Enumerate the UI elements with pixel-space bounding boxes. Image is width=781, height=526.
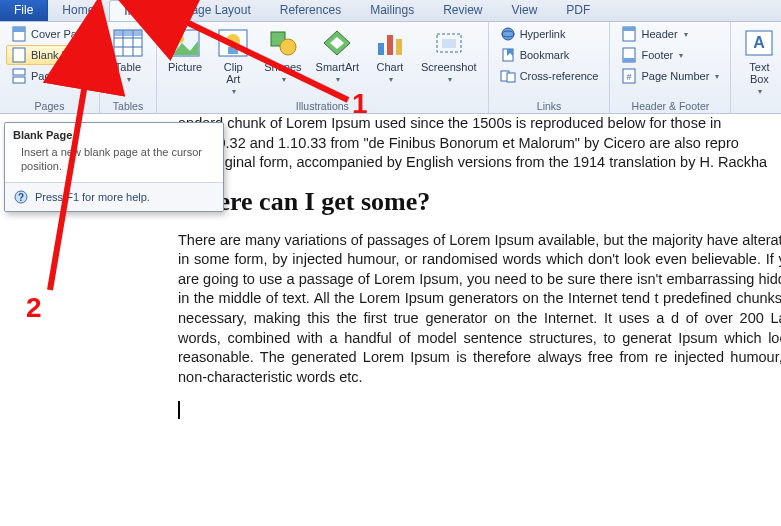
page-break-button[interactable]: Page Break: [6, 66, 104, 86]
svg-rect-22: [396, 39, 402, 55]
header-button[interactable]: Header: [616, 24, 724, 44]
svg-rect-15: [228, 47, 238, 54]
cover-page-icon: [11, 26, 27, 42]
text-box-label: Text Box: [749, 61, 769, 85]
page-number-button[interactable]: # Page Number: [616, 66, 724, 86]
svg-text:#: #: [627, 72, 632, 82]
header-icon: [621, 26, 637, 42]
group-label-tables: Tables: [106, 99, 150, 112]
group-label-links: Links: [495, 99, 604, 112]
group-label-illustrations: Illustrations: [163, 99, 482, 112]
screenshot-label: Screenshot: [421, 61, 477, 73]
heading: Where can I get some?: [178, 187, 781, 217]
cross-reference-label: Cross-reference: [520, 70, 599, 82]
shapes-button[interactable]: Shapes: [259, 24, 306, 99]
page-number-label: Page Number: [641, 70, 709, 82]
cross-reference-icon: [500, 68, 516, 84]
chart-button[interactable]: Chart: [368, 24, 412, 99]
smartart-label: SmartArt: [316, 61, 359, 73]
blank-page-icon: [11, 47, 27, 63]
svg-text:?: ?: [18, 192, 24, 203]
blank-page-button[interactable]: Blank Page: [6, 45, 104, 65]
tab-view[interactable]: View: [498, 0, 553, 21]
text-box-icon: A: [743, 27, 775, 59]
clip-art-icon: [217, 27, 249, 59]
tab-pdf[interactable]: PDF: [552, 0, 605, 21]
callout-2: 2: [26, 292, 42, 324]
tooltip-footer: ? Press F1 for more help.: [5, 182, 223, 211]
chart-label: Chart: [377, 61, 404, 73]
svg-point-12: [176, 35, 184, 43]
tab-page-layout[interactable]: Page Layout: [169, 0, 265, 21]
clip-art-button[interactable]: Clip Art: [211, 24, 255, 99]
hyperlink-button[interactable]: Hyperlink: [495, 24, 604, 44]
picture-button[interactable]: Picture: [163, 24, 207, 99]
svg-point-17: [280, 39, 296, 55]
svg-text:A: A: [754, 34, 766, 51]
bookmark-label: Bookmark: [520, 49, 570, 61]
tab-review[interactable]: Review: [429, 0, 497, 21]
footer-label: Footer: [641, 49, 673, 61]
body-paragraph: There are many variations of passages of…: [178, 231, 781, 388]
shapes-label: Shapes: [264, 61, 301, 73]
footer-button[interactable]: Footer: [616, 45, 724, 65]
hyperlink-icon: [500, 26, 516, 42]
header-label: Header: [641, 28, 677, 40]
bookmark-icon: [500, 47, 516, 63]
chart-icon: [374, 27, 406, 59]
tab-mailings[interactable]: Mailings: [356, 0, 429, 21]
group-label-text: [737, 111, 781, 112]
body-paragraph: andard chunk of Lorem Ipsum used since t…: [178, 114, 781, 173]
group-label-header-footer: Header & Footer: [616, 99, 724, 112]
page-number-icon: #: [621, 68, 637, 84]
table-button[interactable]: Table: [106, 24, 150, 99]
footer-icon: [621, 47, 637, 63]
help-icon: ?: [13, 189, 29, 205]
svg-rect-32: [623, 27, 635, 31]
ribbon-tabstrip: File Home Insert Page Layout References …: [0, 0, 781, 22]
bookmark-button[interactable]: Bookmark: [495, 45, 604, 65]
picture-icon: [169, 27, 201, 59]
clip-art-label: Clip Art: [224, 61, 243, 85]
group-label-pages: Pages: [6, 99, 93, 112]
svg-rect-34: [623, 58, 635, 62]
svg-point-25: [502, 28, 514, 40]
svg-rect-3: [13, 69, 25, 75]
svg-rect-1: [13, 27, 25, 32]
tab-insert[interactable]: Insert: [109, 0, 169, 21]
screenshot-icon: [433, 27, 465, 59]
svg-rect-21: [387, 35, 393, 55]
svg-rect-20: [378, 43, 384, 55]
text-cursor: [178, 401, 781, 420]
tab-references[interactable]: References: [266, 0, 356, 21]
blank-page-label: Blank Page: [31, 49, 87, 61]
svg-rect-24: [442, 39, 456, 48]
hyperlink-label: Hyperlink: [520, 28, 566, 40]
tooltip-footer-text: Press F1 for more help.: [35, 191, 150, 203]
text-box-button[interactable]: A Text Box: [737, 24, 781, 111]
svg-point-14: [226, 34, 240, 48]
tooltip-title: Blank Page: [5, 123, 223, 143]
cover-page-label: Cover Page: [31, 28, 89, 40]
ribbon-insert: Cover Page Blank Page Page Break Pages T…: [0, 22, 781, 114]
smartart-icon: [321, 27, 353, 59]
table-icon: [112, 27, 144, 59]
tab-file[interactable]: File: [0, 0, 48, 21]
shapes-icon: [267, 27, 299, 59]
svg-rect-10: [114, 30, 142, 36]
svg-rect-30: [507, 73, 515, 82]
screenshot-button[interactable]: Screenshot: [416, 24, 482, 99]
table-label: Table: [115, 61, 141, 73]
page-break-label: Page Break: [31, 70, 88, 82]
page-break-icon: [11, 68, 27, 84]
tooltip-body: Insert a new blank page at the cursor po…: [5, 143, 223, 182]
picture-label: Picture: [168, 61, 202, 73]
cross-reference-button[interactable]: Cross-reference: [495, 66, 604, 86]
svg-rect-2: [13, 48, 25, 62]
tooltip-blank-page: Blank Page Insert a new blank page at th…: [4, 122, 224, 212]
tab-home[interactable]: Home: [48, 0, 109, 21]
cover-page-button[interactable]: Cover Page: [6, 24, 104, 44]
callout-1: 1: [352, 88, 368, 120]
svg-rect-4: [13, 77, 25, 83]
